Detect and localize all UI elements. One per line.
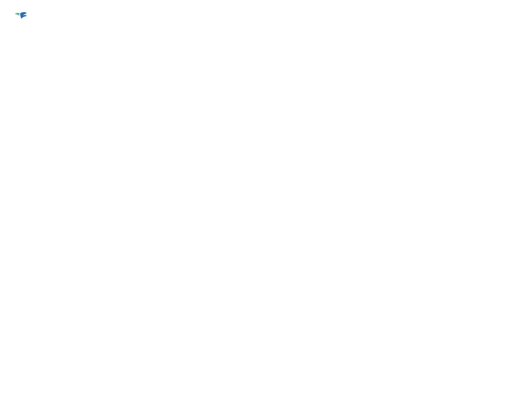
page-header	[11, 11, 521, 24]
logo	[11, 11, 28, 24]
logo-bird-icon	[12, 11, 28, 24]
